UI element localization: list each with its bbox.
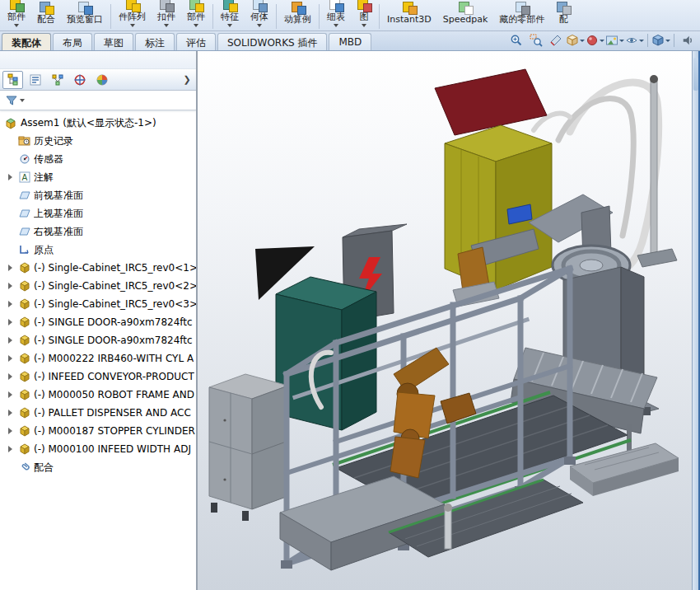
zoom-area-icon <box>530 34 543 47</box>
component-pattern-button[interactable]: 件阵列 <box>113 0 152 30</box>
panel-expand-button[interactable]: ❯ <box>180 73 194 87</box>
instant3d-button[interactable]: Instant3D <box>381 0 437 30</box>
expander-icon[interactable] <box>8 410 12 416</box>
speedpak-button[interactable]: Speedpak <box>437 0 494 30</box>
tab-layout[interactable]: 布局 <box>53 33 92 50</box>
tab-evaluate[interactable]: 评估 <box>176 33 216 50</box>
component-icon <box>18 388 31 401</box>
tree-item-component[interactable]: (-) M000100 INFEED WIDTH ADJ <box>0 440 196 458</box>
assembly-3d-view[interactable] <box>198 51 692 590</box>
history-icon <box>18 134 31 148</box>
piston-detail <box>444 503 452 549</box>
filter-funnel-icon[interactable] <box>5 94 18 107</box>
tab-sketch[interactable]: 草图 <box>94 33 133 50</box>
eye-icon <box>625 34 638 47</box>
component-icon <box>18 279 31 293</box>
panel-tabbar: ❯ <box>0 69 196 91</box>
taskpane-handle[interactable] <box>693 58 698 91</box>
edit-appearance-button[interactable] <box>586 32 604 49</box>
configuration-icon <box>51 73 64 87</box>
preview-window-icon <box>77 4 92 14</box>
tree-item-component[interactable]: (-) INFEED CONVEYOR-PRODUCT <box>0 368 196 386</box>
expander-icon[interactable] <box>8 265 12 271</box>
exploded-view-button[interactable]: 图 <box>351 0 377 30</box>
expander-icon[interactable] <box>8 355 12 362</box>
plane-icon <box>18 189 31 202</box>
tree-item-annotations[interactable]: A 注解 <box>0 168 196 186</box>
filter-dropdown-caret[interactable] <box>20 99 25 105</box>
tree-item-sensors[interactable]: 传感器 <box>0 150 196 168</box>
tab-annotate[interactable]: 标注 <box>135 33 175 50</box>
tree-item-component[interactable]: (-) M000187 STOPPER CYLINDER <box>0 422 196 440</box>
display-style-icon <box>651 34 665 47</box>
component-icon <box>18 316 31 329</box>
propertymanager-tab[interactable] <box>25 71 45 89</box>
graphics-viewport[interactable] <box>198 51 692 590</box>
show-hidden-components-button[interactable]: 藏的零部件 <box>493 0 550 30</box>
smart-fasteners-button[interactable]: 扣件 <box>152 0 181 30</box>
expander-icon[interactable] <box>8 283 12 289</box>
displaymanager-tab[interactable] <box>91 71 112 89</box>
move-component-button[interactable]: 部件 <box>181 0 211 30</box>
featuremanager-tab[interactable] <box>2 71 23 89</box>
expander-icon[interactable] <box>8 319 12 325</box>
tab-solidworks-addins[interactable]: SOLIDWORKS 插件 <box>217 33 327 50</box>
expander-icon[interactable] <box>8 301 12 307</box>
tree-item-component[interactable]: (-) Single-Cabinet_IRC5_rev0<2> <box>0 277 196 295</box>
tree-item-right-plane[interactable]: 右视基准面 <box>0 222 196 241</box>
svg-text:A: A <box>22 173 28 182</box>
tab-mbd[interactable]: MBD <box>329 33 371 50</box>
bill-of-materials-button[interactable]: 细表 <box>321 0 351 30</box>
section-view-button[interactable] <box>546 32 565 49</box>
assembly-settings-icon <box>556 4 571 14</box>
expander-icon[interactable] <box>8 373 12 380</box>
assembly-settings-button[interactable]: 配 <box>550 0 576 30</box>
tree-item-component[interactable]: (-) M000222 IRB460-WITH CYL A <box>0 349 196 368</box>
tree-item-origin[interactable]: 原点 <box>0 241 196 259</box>
tree-item-top-plane[interactable]: 上视基准面 <box>0 204 196 222</box>
component-icon <box>18 442 31 456</box>
speaker-button[interactable] <box>678 32 697 49</box>
expander-icon[interactable] <box>8 174 12 180</box>
tab-assembly[interactable]: 装配体 <box>2 33 51 50</box>
featuremanager-panel: ❯ Assem1 (默认<显示状态-1>) 历史记录 <box>0 51 196 590</box>
preview-window-button[interactable]: 预览窗口 <box>61 0 109 30</box>
zoom-fit-button[interactable] <box>506 32 525 49</box>
configurationmanager-tab[interactable] <box>47 71 68 89</box>
instant3d-icon <box>402 4 417 14</box>
tree-item-component[interactable]: (-) SINGLE DOOR-a90xm7824ftc <box>0 331 196 349</box>
plane-icon <box>18 207 31 220</box>
display-manager-icon <box>96 73 109 87</box>
move-component-icon <box>189 2 203 12</box>
dimxpertmanager-tab[interactable] <box>69 71 90 89</box>
mates-paperclip-icon <box>18 461 31 474</box>
tree-item-history[interactable]: 历史记录 <box>0 132 196 150</box>
tree-item-mates[interactable]: 配合 <box>0 458 196 476</box>
tree-item-component[interactable]: (-) PALLET DISPENSER AND ACC <box>0 404 196 422</box>
tree-item-front-plane[interactable]: 前视基准面 <box>0 186 196 204</box>
tree-item-component[interactable]: (-) Single-Cabinet_IRC5_rev0<3> <box>0 295 196 313</box>
tree-item-component[interactable]: (-) SINGLE DOOR-a90xm7824ftc <box>0 313 196 331</box>
hide-show-items-button[interactable] <box>625 32 644 49</box>
reference-geometry-button[interactable]: 何体 <box>245 0 274 30</box>
control-cabinets-left <box>209 374 288 521</box>
expander-icon[interactable] <box>8 391 12 398</box>
apply-scene-button[interactable] <box>605 32 624 49</box>
expander-icon[interactable] <box>8 428 12 434</box>
tree-item-component[interactable]: (-) M000050 ROBOT FRAME AND <box>0 386 196 404</box>
expander-icon[interactable] <box>8 446 12 452</box>
tree-item-component[interactable]: (-) Single-Cabinet_IRC5_rev0<1> <box>0 259 196 277</box>
mate-button[interactable]: 配合 <box>31 0 61 30</box>
zoom-area-button[interactable] <box>526 32 545 49</box>
feature-tree: Assem1 (默认<显示状态-1>) 历史记录 传感器 A 注解 <box>0 110 196 590</box>
taskpane-strip[interactable] <box>692 51 700 590</box>
insert-component-button[interactable]: 部件 <box>2 0 31 30</box>
view-orientation-button[interactable] <box>566 32 585 49</box>
display-style-button[interactable] <box>651 32 670 49</box>
new-motion-study-button[interactable]: 动算例 <box>278 0 317 30</box>
expander-icon[interactable] <box>8 337 12 344</box>
assembly-features-button[interactable]: 特征 <box>215 0 245 30</box>
component-pattern-icon <box>125 2 140 12</box>
tree-root[interactable]: Assem1 (默认<显示状态-1>) <box>0 114 196 132</box>
motion-study-icon <box>291 4 306 14</box>
